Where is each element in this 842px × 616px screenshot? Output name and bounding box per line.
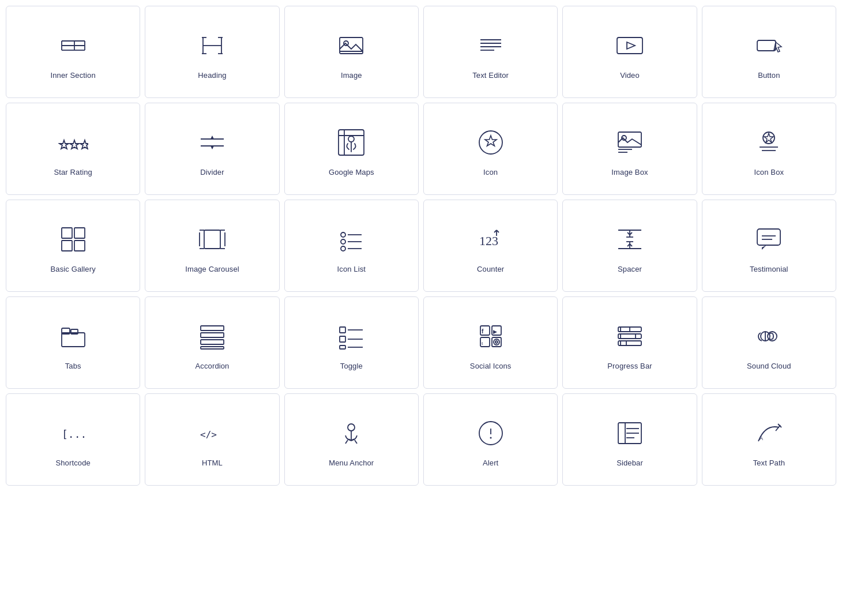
svg-marker-26: [70, 140, 79, 149]
tabs-icon: [56, 319, 91, 354]
svg-point-59: [341, 239, 345, 244]
widget-card-text-editor[interactable]: Text Editor: [423, 6, 558, 98]
widget-card-counter[interactable]: 123 Counter: [423, 200, 558, 292]
widget-card-image-carousel[interactable]: Image Carousel: [145, 200, 279, 292]
widget-label-icon-box: Icon Box: [754, 168, 784, 176]
widget-card-shortcode[interactable]: [...] Shortcode: [6, 393, 140, 486]
widget-card-basic-gallery[interactable]: Basic Gallery: [6, 200, 140, 292]
svg-rect-105: [618, 341, 641, 345]
svg-rect-80: [62, 333, 85, 347]
widget-label-star-rating: Star Rating: [54, 168, 92, 176]
text-path-icon: A: [751, 416, 786, 450]
svg-point-33: [348, 136, 354, 142]
widget-label-menu-anchor: Menu Anchor: [329, 459, 374, 467]
testimonial-icon: [751, 222, 786, 257]
svg-point-102: [498, 339, 499, 340]
widget-card-icon-list[interactable]: Icon List: [284, 200, 419, 292]
svg-text:▶: ▶: [493, 329, 497, 335]
widget-label-sound-cloud: Sound Cloud: [747, 362, 791, 370]
widget-label-progress-bar: Progress Bar: [607, 362, 652, 370]
widget-card-toggle[interactable]: Toggle: [284, 296, 419, 389]
widget-card-accordion[interactable]: Accordion: [145, 296, 279, 389]
svg-marker-27: [80, 140, 88, 149]
svg-text:123: 123: [479, 234, 498, 248]
widget-card-google-maps[interactable]: Google Maps: [284, 103, 419, 195]
svg-text:[...]: [...]: [62, 428, 88, 440]
icon-icon: [473, 125, 508, 160]
widget-card-spacer[interactable]: Spacer: [562, 200, 697, 292]
widget-label-video: Video: [620, 71, 640, 80]
star-rating-icon: [56, 125, 91, 160]
svg-rect-84: [201, 333, 224, 337]
widget-card-icon[interactable]: Icon: [423, 103, 558, 195]
widget-card-html[interactable]: </> HTML: [145, 393, 279, 486]
widget-label-image: Image: [341, 71, 362, 80]
widget-card-tabs[interactable]: Tabs: [6, 296, 140, 389]
sidebar-icon: [612, 416, 647, 450]
svg-rect-46: [62, 228, 72, 238]
widget-label-spacer: Spacer: [618, 265, 642, 273]
image-icon: [334, 28, 369, 63]
widget-card-social-icons[interactable]: f ▶ t Social Icons: [423, 296, 558, 389]
widget-label-text-path: Text Path: [753, 459, 785, 467]
svg-marker-37: [485, 136, 497, 146]
widget-card-heading[interactable]: Heading: [145, 6, 279, 98]
widget-label-basic-gallery: Basic Gallery: [51, 265, 96, 273]
google-maps-icon: [334, 125, 369, 160]
svg-point-57: [341, 232, 345, 237]
widget-card-icon-box[interactable]: Icon Box: [702, 103, 836, 195]
widget-card-testimonial[interactable]: Testimonial: [702, 200, 836, 292]
social-icons-icon: f ▶ t: [473, 319, 508, 354]
svg-rect-48: [62, 241, 72, 251]
widget-label-icon: Icon: [483, 168, 498, 176]
toggle-icon: [334, 319, 369, 354]
widget-card-video[interactable]: Video: [562, 6, 697, 98]
widget-card-alert[interactable]: Alert: [423, 393, 558, 486]
divider-icon: [195, 125, 230, 160]
widget-card-image[interactable]: Image: [284, 6, 419, 98]
svg-point-117: [348, 424, 355, 431]
svg-rect-47: [74, 228, 85, 238]
widget-label-heading: Heading: [198, 71, 226, 80]
svg-point-120: [490, 437, 491, 438]
svg-rect-77: [757, 229, 780, 245]
widget-card-menu-anchor[interactable]: Menu Anchor: [284, 393, 419, 486]
svg-rect-22: [617, 37, 642, 54]
widget-label-sidebar: Sidebar: [617, 459, 643, 467]
widget-label-alert: Alert: [483, 459, 498, 467]
svg-text:f: f: [482, 328, 484, 335]
widget-label-icon-list: Icon List: [337, 265, 366, 273]
widget-card-star-rating[interactable]: Star Rating: [6, 103, 140, 195]
spacer-icon: [612, 222, 647, 257]
widget-label-tabs: Tabs: [65, 362, 81, 370]
widget-card-inner-section[interactable]: Inner Section: [6, 6, 140, 98]
svg-rect-86: [201, 347, 224, 349]
widget-card-progress-bar[interactable]: Progress Bar: [562, 296, 697, 389]
inner-section-icon: [56, 28, 91, 63]
svg-marker-30: [210, 136, 214, 139]
widget-label-text-editor: Text Editor: [472, 71, 509, 80]
svg-rect-49: [74, 241, 85, 251]
widget-card-text-path[interactable]: A Text Path: [702, 393, 836, 486]
accordion-icon: [195, 319, 230, 354]
alert-icon: [473, 416, 508, 450]
widget-card-sidebar[interactable]: Sidebar: [562, 393, 697, 486]
widget-label-accordion: Accordion: [196, 362, 230, 370]
widget-card-sound-cloud[interactable]: Sound Cloud: [702, 296, 836, 389]
widget-label-social-icons: Social Icons: [470, 362, 512, 370]
svg-marker-23: [627, 42, 635, 49]
image-box-icon: [612, 125, 647, 160]
svg-rect-50: [204, 230, 220, 249]
sound-cloud-icon: [751, 319, 786, 354]
widget-label-counter: Counter: [477, 265, 504, 273]
widget-card-image-box[interactable]: Image Box: [562, 103, 697, 195]
svg-point-61: [341, 246, 345, 251]
svg-marker-43: [764, 133, 773, 142]
svg-rect-89: [340, 336, 345, 342]
widget-card-divider[interactable]: Divider: [145, 103, 279, 195]
widget-label-button: Button: [758, 71, 780, 80]
button-icon: [751, 28, 786, 63]
widget-card-button[interactable]: Button: [702, 6, 836, 98]
icon-box-icon: [751, 125, 786, 160]
widget-label-divider: Divider: [200, 168, 224, 176]
